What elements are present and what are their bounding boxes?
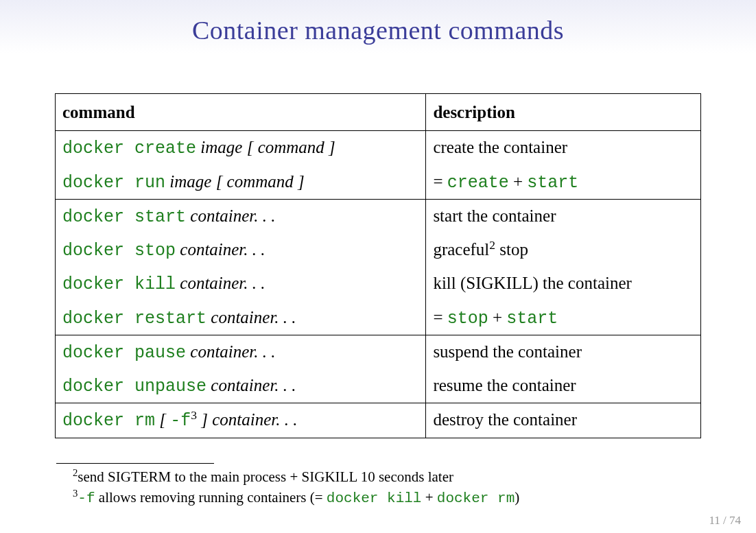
footnote-rule (56, 463, 214, 464)
command-arg: container. . . (212, 411, 297, 429)
description-cell: start the container (426, 199, 701, 233)
footnote-tt: docker rm (437, 490, 515, 506)
table-row: docker kill container. . . kill (SIGKILL… (56, 267, 701, 300)
cmd-tail-pre: [ (159, 411, 170, 429)
description-cell: = create + start (426, 165, 701, 200)
desc-pre: graceful (433, 240, 489, 259)
footnote-tt: docker kill (327, 490, 422, 506)
description-cell: = stop + start (426, 301, 701, 335)
desc-sup: 2 (489, 238, 495, 252)
description-cell: destroy the container (426, 403, 701, 438)
cmd-tail-tt: -f (170, 412, 191, 431)
table-header-row: command description (56, 94, 701, 131)
command-cell: docker stop container. . . (56, 233, 426, 267)
footnote-2: 2send SIGTERM to the main process + SIGK… (56, 466, 701, 486)
command-tt: docker rm (62, 412, 155, 431)
desc-tt: stop (447, 309, 488, 329)
command-cell: docker pause container. . . (56, 335, 426, 369)
slide-title: Container management commands (0, 0, 756, 45)
command-tt: docker stop (62, 241, 176, 261)
table-row: docker restart container. . . = stop + s… (56, 301, 701, 335)
command-arg: image (200, 138, 242, 156)
command-tt: docker pause (62, 343, 186, 363)
command-table-container: command description docker create image … (55, 93, 701, 438)
footnote-mid: allows removing running containers (= (95, 489, 327, 506)
command-tt: docker unpause (62, 377, 206, 396)
desc-tt: start (506, 309, 558, 329)
command-arg: image (169, 172, 211, 191)
page-number: 11 / 74 (709, 514, 741, 528)
table-row: docker stop container. . . graceful2 sto… (56, 233, 701, 267)
command-cell: docker run image [ command ] (56, 165, 426, 200)
command-cell: docker create image [ command ] (56, 131, 426, 165)
header-description: description (426, 94, 701, 131)
desc-tt: start (527, 173, 578, 193)
table-row: docker pause container. . . suspend the … (56, 335, 701, 369)
command-tt: docker create (62, 139, 196, 158)
command-arg: container. . . (180, 274, 265, 292)
description-cell: kill (SIGKILL) the container (426, 267, 701, 300)
desc-post: stop (495, 240, 528, 259)
description-cell: resume the container (426, 369, 701, 403)
command-cell: docker start container. . . (56, 199, 426, 233)
cmd-tail-sup: 3 (191, 408, 197, 422)
command-table: command description docker create image … (55, 93, 701, 438)
command-tt: docker run (62, 173, 165, 193)
table-row: docker run image [ command ] = create + … (56, 165, 701, 200)
table-row: docker start container. . . start the co… (56, 199, 701, 233)
command-cell: docker rm [ -f3 ] container. . . (56, 403, 426, 438)
command-cell: docker kill container. . . (56, 267, 426, 300)
description-cell: create the container (426, 131, 701, 165)
footnotes: 2send SIGTERM to the main process + SIGK… (56, 463, 701, 508)
description-cell: suspend the container (426, 335, 701, 369)
footnote-text: send SIGTERM to the main process + SIGKI… (78, 469, 453, 485)
description-cell: graceful2 stop (426, 233, 701, 267)
cmd-tail-post: ] (197, 411, 208, 429)
header-command: command (56, 94, 426, 131)
command-arg: container. . . (211, 376, 296, 394)
desc-tt: create (447, 173, 509, 193)
command-tt: docker kill (62, 274, 176, 294)
footnote-end: ) (515, 489, 519, 506)
desc-plus: + (488, 308, 507, 327)
table-row: docker unpause container. . . resume the… (56, 369, 701, 403)
command-tail: [ command ] (216, 172, 305, 191)
command-arg: container. . . (180, 240, 265, 259)
command-tail: [ command ] (247, 138, 335, 156)
command-arg: container. . . (190, 342, 275, 361)
command-arg: container. . . (190, 206, 275, 225)
footnote-plus: + (421, 489, 436, 506)
command-tt: docker restart (62, 309, 206, 329)
command-tt: docker start (62, 207, 186, 227)
command-cell: docker unpause container. . . (56, 369, 426, 403)
footnote-3: 3-f allows removing running containers (… (56, 487, 701, 508)
desc-eq: = (433, 172, 447, 191)
desc-plus: + (509, 172, 528, 191)
table-row: docker create image [ command ] create t… (56, 131, 701, 165)
desc-eq: = (433, 308, 447, 327)
table-row: docker rm [ -f3 ] container. . . destroy… (56, 403, 701, 438)
command-arg: container. . . (211, 308, 296, 327)
footnote-tt: -f (78, 490, 95, 506)
command-cell: docker restart container. . . (56, 301, 426, 335)
